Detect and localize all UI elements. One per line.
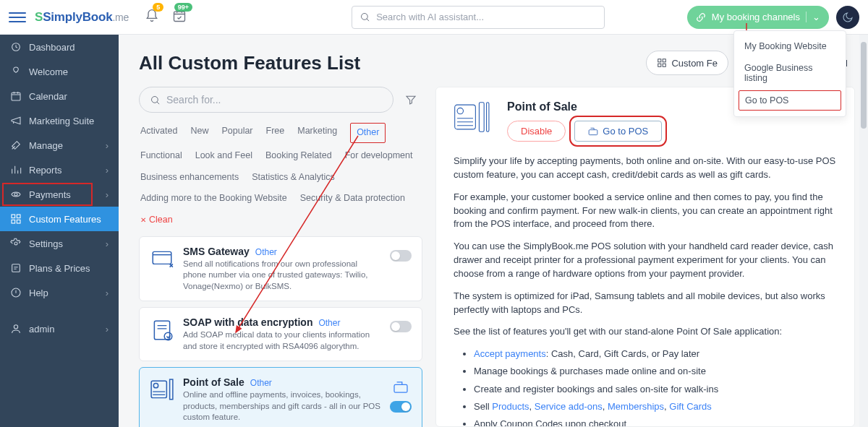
- sidebar-item-help[interactable]: Help›: [0, 280, 119, 305]
- topbar: SSimplyBook.me 5 99+ Search with AI assi…: [0, 0, 868, 35]
- svg-rect-6: [17, 215, 20, 218]
- sidebar-item-label: Payments: [29, 189, 71, 200]
- sidebar-item-settings[interactable]: Settings›: [0, 231, 119, 256]
- dropdown-item-website[interactable]: My Booking Website: [734, 35, 846, 57]
- filter-other[interactable]: Other: [350, 123, 386, 143]
- sidebar-item-label: Marketing Suite: [29, 116, 94, 126]
- svg-rect-28: [487, 103, 489, 132]
- svg-point-26: [457, 108, 463, 113]
- sidebar-item-payments[interactable]: Payments›: [0, 182, 119, 207]
- feature-toggle[interactable]: [390, 401, 412, 413]
- global-search[interactable]: Search with AI assistant...: [352, 6, 605, 29]
- filter-booking-related[interactable]: Booking Related: [265, 147, 332, 165]
- custom-features-chip[interactable]: Custom Fe: [646, 51, 728, 75]
- link-addons[interactable]: Service add-ons: [535, 401, 603, 412]
- list-item: Create and register bookings and sales o…: [474, 383, 837, 396]
- svg-rect-8: [17, 220, 20, 223]
- notifications-button[interactable]: 5: [145, 9, 159, 26]
- svg-rect-0: [174, 12, 185, 21]
- link-giftcards[interactable]: Gift Cards: [669, 401, 712, 412]
- feature-search[interactable]: Search for...: [139, 87, 393, 113]
- booking-channels-button[interactable]: My booking channels ⌄: [687, 6, 829, 29]
- svg-point-4: [14, 193, 17, 196]
- feature-detail-panel: ⟶| Point of Sale Disable Go to POS: [435, 87, 855, 427]
- features-column: Search for... ActivatedNewPopularFreeMar…: [139, 87, 422, 427]
- sidebar-item-label: Welcome: [29, 66, 68, 77]
- sidebar-item-label: Settings: [29, 238, 63, 249]
- sidebar-item-plans-prices[interactable]: Plans & Prices: [0, 256, 119, 280]
- goto-pos-label: Go to POS: [603, 126, 648, 137]
- sidebar-item-marketing-suite[interactable]: Marketing Suite: [0, 108, 119, 133]
- dropdown-item-google[interactable]: Google Business listing: [734, 57, 846, 89]
- filter-clean[interactable]: Clean: [140, 212, 173, 229]
- svg-rect-16: [663, 64, 666, 66]
- sidebar-item-manage[interactable]: Manage›: [0, 133, 119, 158]
- feature-desc: Add SOAP medical data to your clients in…: [183, 329, 381, 352]
- link-memberships[interactable]: Memberships: [608, 401, 664, 412]
- sidebar-item-dashboard[interactable]: Dashboard: [0, 35, 119, 59]
- sidebar-icon: [10, 238, 22, 249]
- logo[interactable]: SSimplyBook.me: [35, 10, 129, 25]
- booking-channels-label: My booking channels: [712, 12, 800, 22]
- svg-rect-10: [12, 264, 20, 272]
- sidebar-item-label: Plans & Prices: [29, 263, 90, 274]
- filter-popular[interactable]: Popular: [221, 123, 252, 143]
- sidebar-icon: [10, 41, 22, 53]
- svg-point-1: [362, 14, 368, 20]
- booking-channels-dropdown: My Booking Website Google Business listi…: [733, 30, 846, 117]
- sidebar-item-admin[interactable]: admin ›: [0, 316, 119, 341]
- filter-look-and-feel[interactable]: Look and Feel: [195, 147, 252, 165]
- sidebar-icon: [10, 115, 22, 126]
- link-accept-payments[interactable]: Accept payments: [474, 348, 546, 359]
- filter-activated[interactable]: Activated: [140, 123, 177, 143]
- filter-security-data-protection[interactable]: Security & Data protection: [300, 190, 405, 207]
- disable-button[interactable]: Disable: [507, 121, 566, 142]
- chip-label: Custom Fe: [671, 58, 718, 69]
- filter-new[interactable]: New: [190, 123, 208, 143]
- sidebar-item-calendar[interactable]: Calendar: [0, 84, 119, 108]
- filter-adding-more-to-the-booking-website[interactable]: Adding more to the Booking Website: [140, 190, 287, 207]
- bookings-button[interactable]: 99+: [172, 9, 187, 26]
- list-item: Manage bookings & purchases made online …: [474, 365, 837, 378]
- feature-title: Point of Sale: [183, 376, 244, 388]
- sidebar-item-welcome[interactable]: Welcome: [0, 59, 119, 84]
- feature-card-soap-with-data-encryption[interactable]: SOAP with data encryptionOtherAdd SOAP m…: [139, 307, 422, 361]
- chevron-right-icon: ›: [106, 165, 109, 176]
- list-item: Sell Products, Service add-ons, Membersh…: [474, 400, 837, 413]
- scrollbar[interactable]: [859, 35, 868, 427]
- filter-marketing[interactable]: Marketing: [297, 123, 337, 143]
- filter-statistics-analytics[interactable]: Statistics & Analytics: [252, 169, 335, 186]
- sidebar-item-custom-features[interactable]: Custom Features: [0, 207, 119, 231]
- filter-functional[interactable]: Functional: [140, 147, 182, 165]
- menu-icon[interactable]: [9, 9, 26, 26]
- svg-rect-23: [170, 379, 173, 400]
- feature-title: SOAP with data encryption: [183, 316, 312, 328]
- sidebar-icon: [10, 90, 22, 102]
- feature-toggle[interactable]: [390, 321, 412, 332]
- feature-icon: [150, 378, 174, 402]
- link-products[interactable]: Products: [492, 401, 529, 412]
- dropdown-item-pos[interactable]: Go to POS: [739, 90, 841, 111]
- theme-toggle[interactable]: [836, 6, 859, 29]
- feature-card-sms-gateway[interactable]: SMS GatewayOtherSend all notifications f…: [139, 236, 422, 302]
- detail-p1: Simplify your life by accepting payments…: [454, 155, 837, 182]
- sidebar-item-reports[interactable]: Reports›: [0, 158, 119, 182]
- svg-point-9: [14, 242, 17, 245]
- register-icon: [588, 127, 598, 136]
- scrollbar-thumb[interactable]: [861, 42, 867, 129]
- sidebar-item-label: Dashboard: [29, 42, 75, 53]
- filter-button[interactable]: [399, 94, 422, 105]
- filter-business-enhancements[interactable]: Business enhancements: [140, 169, 239, 186]
- filter-free[interactable]: Free: [266, 123, 285, 143]
- detail-p3: You can use the SimplyBook.me POS soluti…: [454, 240, 837, 281]
- feature-toggle[interactable]: [390, 250, 412, 262]
- svg-rect-13: [658, 59, 661, 62]
- svg-rect-27: [479, 103, 484, 132]
- feature-card-point-of-sale[interactable]: Point of SaleOtherOnline and offline pay…: [139, 367, 422, 427]
- sidebar-item-label: Help: [29, 288, 48, 298]
- filter-for-development[interactable]: For development: [345, 147, 413, 165]
- sidebar-item-label: Calendar: [29, 91, 67, 102]
- goto-pos-button[interactable]: Go to POS: [574, 121, 662, 142]
- svg-rect-3: [12, 92, 20, 100]
- sidebar: DashboardWelcomeCalendarMarketing SuiteM…: [0, 35, 119, 427]
